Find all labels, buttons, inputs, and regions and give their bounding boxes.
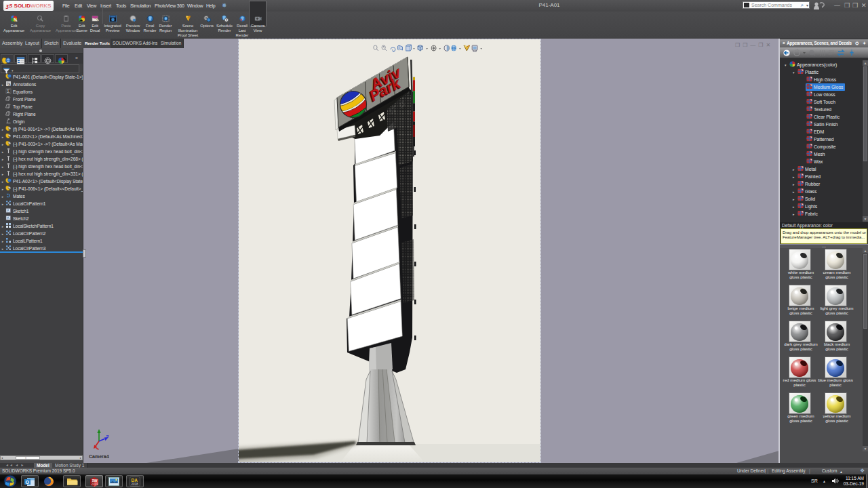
- svg-text:O: O: [26, 480, 30, 485]
- svg-text:2019: 2019: [92, 483, 99, 486]
- svg-text:Σ: Σ: [7, 89, 10, 94]
- svg-text:2018: 2018: [132, 483, 139, 486]
- svg-text:DA: DA: [132, 478, 138, 483]
